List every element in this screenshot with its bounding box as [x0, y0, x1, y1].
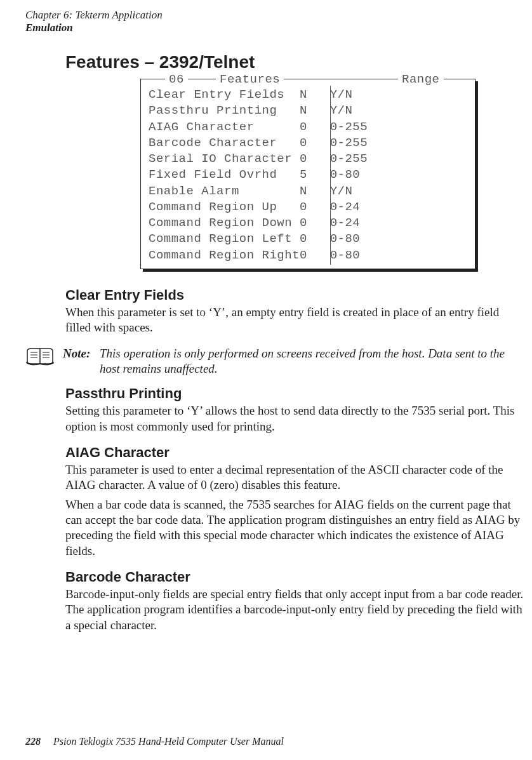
- page-number: 228: [25, 736, 41, 747]
- note-text: Note: This operation is only performed o…: [63, 346, 526, 377]
- barcode-heading: Barcode Character: [65, 569, 526, 585]
- note-block: Note: This operation is only performed o…: [25, 346, 526, 377]
- table-row: Command Region Down 0 0-24: [149, 215, 469, 231]
- terminal-screen: 06 Features Range Clear Entry Fields N Y…: [140, 79, 475, 269]
- page-footer: 228 Psion Teklogix 7535 Hand-Held Comput…: [25, 736, 284, 747]
- table-row: Command Region Right0 0-80: [149, 248, 469, 263]
- screen-number: 06: [165, 72, 188, 88]
- aiag-heading: AIAG Character: [65, 444, 526, 461]
- passthru-para: Setting this parameter to ‘Y’ allows the…: [65, 403, 526, 434]
- note-body: This operation is only performed on scre…: [100, 346, 526, 377]
- table-row: Command Region Up 0 0-24: [149, 199, 469, 215]
- note-label: Note:: [63, 346, 100, 361]
- note-icon: [25, 347, 55, 369]
- table-row: Barcode Character 0 0-255: [149, 135, 469, 151]
- barcode-para: Barcode-input-only fields are special en…: [65, 587, 526, 633]
- screen-range-label: Range: [398, 72, 444, 88]
- table-row: AIAG Character 0 0-255: [149, 119, 469, 135]
- footer-text: Psion Teklogix 7535 Hand-Held Computer U…: [53, 736, 284, 747]
- table-row: Clear Entry Fields N Y/N: [149, 87, 469, 103]
- aiag-para1: This parameter is used to enter a decima…: [65, 462, 526, 493]
- screen-features-label: Features: [216, 72, 284, 88]
- passthru-heading: Passthru Printing: [65, 385, 526, 402]
- table-row: Serial IO Character 0 0-255: [149, 151, 469, 167]
- column-divider: [330, 86, 331, 265]
- aiag-para2: When a bar code data is scanned, the 753…: [65, 497, 526, 559]
- table-row: Fixed Field Ovrhd 5 0-80: [149, 167, 469, 183]
- page-title: Features – 2392/Telnet: [65, 52, 526, 72]
- page-header: Chapter 6: Tekterm Application Emulation: [25, 9, 163, 35]
- page-content: Features – 2392/Telnet 06 Features Range…: [65, 52, 526, 643]
- table-row: Command Region Left 0 0-80: [149, 231, 469, 247]
- header-chapter: Chapter 6: Tekterm Application: [25, 9, 163, 22]
- table-row: Enable Alarm N Y/N: [149, 183, 469, 199]
- clear-entry-heading: Clear Entry Fields: [65, 287, 526, 303]
- clear-entry-para: When this parameter is set to ‘Y’, an em…: [65, 305, 526, 336]
- header-section: Emulation: [25, 22, 163, 34]
- table-row: Passthru Printing N Y/N: [149, 103, 469, 119]
